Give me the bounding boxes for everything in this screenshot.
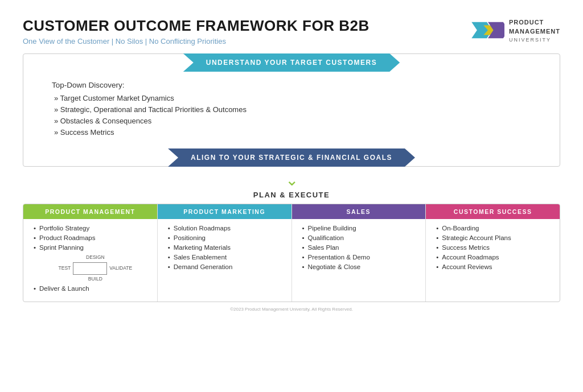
list-item: Target Customer Market Dynamics (52, 94, 537, 102)
discovery-list: Target Customer Market Dynamics Strategi… (52, 94, 537, 137)
arrow-down-wrap: ⌄ (23, 172, 560, 188)
main-title: CUSTOMER OUTCOME FRAMEWORK FOR B2B (23, 17, 369, 35)
banner-align-shape: ALIGN TO YOUR STRATEGIC & FINANCIAL GOAL… (168, 148, 415, 167)
list-item: Product Roadmaps (34, 234, 151, 241)
col-product-marketing: PRODUCT MARKETING Solution Roadmaps Posi… (158, 204, 292, 302)
col-customer-success: CUSTOMER SUCCESS On-Boarding Strategic A… (426, 204, 560, 302)
list-item: Portfolio Strategy (34, 225, 151, 232)
list-item: Obstacles & Consequences (52, 117, 537, 125)
arrow-down-icon: ⌄ (285, 172, 298, 188)
list-item: Demand Generation (168, 263, 286, 270)
list-item: Success Metrics (436, 244, 554, 251)
col-header-product-management: PRODUCT MANAGEMENT (23, 204, 157, 219)
framework-box: UNDERSTAND YOUR TARGET CUSTOMERS Top-Dow… (23, 53, 560, 167)
list-item: Solution Roadmaps (168, 225, 286, 232)
sprint-design-label: DESIGN (39, 254, 151, 262)
list-item: Deliver & Launch (34, 285, 151, 292)
logo-area: PRODUCT MANAGEMENT UNIVERSITY (471, 17, 560, 43)
banner-understand: UNDERSTAND YOUR TARGET CUSTOMERS (23, 54, 560, 72)
list-item: Negotiate & Close (302, 263, 420, 270)
col-header-sales: SALES (292, 204, 426, 219)
list-item: Sprint Planning (34, 244, 151, 251)
list-item: Success Metrics (52, 128, 537, 137)
page: CUSTOMER OUTCOME FRAMEWORK FOR B2B One V… (0, 0, 583, 392)
list-item: Sales Plan (302, 244, 420, 251)
list-item: Positioning (168, 234, 286, 241)
sprint-diagram: DESIGN TEST VALIDATE BUILD (39, 254, 151, 283)
col-sales: SALES Pipeline Building Qualification Sa… (292, 204, 426, 302)
columns-box: PRODUCT MANAGEMENT Portfolio Strategy Pr… (23, 204, 560, 302)
col-list-sales: Pipeline Building Qualification Sales Pl… (292, 225, 426, 270)
sprint-validate-label: VALIDATE (109, 265, 132, 273)
col-list-product-management: Portfolio Strategy Product Roadmaps Spri… (23, 225, 157, 251)
list-item: Pipeline Building (302, 225, 420, 232)
banner-align: ALIGN TO YOUR STRATEGIC & FINANCIAL GOAL… (23, 148, 560, 167)
col-product-management: PRODUCT MANAGEMENT Portfolio Strategy Pr… (23, 204, 158, 302)
list-item: On-Boarding (436, 225, 554, 232)
discovery-intro: Top-Down Discovery: (52, 81, 537, 89)
list-item: Account Roadmaps (436, 254, 554, 261)
col-list-product-management-2: Deliver & Launch (23, 285, 157, 292)
logo-icon (471, 18, 504, 43)
col-header-product-marketing: PRODUCT MARKETING (158, 204, 292, 219)
sprint-box (73, 262, 107, 275)
col-header-customer-success: CUSTOMER SUCCESS (426, 204, 560, 219)
list-item: Strategic Account Plans (436, 234, 554, 241)
subtitle: One View of the Customer | No Silos | No… (23, 37, 369, 46)
list-item: Sales Enablement (168, 254, 286, 261)
col-list-customer-success: On-Boarding Strategic Account Plans Succ… (426, 225, 560, 270)
col-list-product-marketing: Solution Roadmaps Positioning Marketing … (158, 225, 292, 270)
footer: ©2023 Product Management University. All… (23, 307, 560, 312)
logo-text: PRODUCT MANAGEMENT UNIVERSITY (509, 17, 560, 43)
list-item: Strategic, Operational and Tactical Prio… (52, 105, 537, 114)
discovery-section: Top-Down Discovery: Target Customer Mark… (23, 72, 560, 148)
header-left: CUSTOMER OUTCOME FRAMEWORK FOR B2B One V… (23, 17, 369, 46)
list-item: Qualification (302, 234, 420, 241)
sprint-test-label: TEST (59, 265, 71, 273)
list-item: Account Reviews (436, 263, 554, 270)
plan-execute-label: PLAN & EXECUTE (23, 191, 560, 199)
list-item: Presentation & Demo (302, 254, 420, 261)
list-item: Marketing Materials (168, 244, 286, 251)
header: CUSTOMER OUTCOME FRAMEWORK FOR B2B One V… (23, 17, 560, 46)
sprint-build-label: BUILD (39, 275, 151, 283)
banner-understand-shape: UNDERSTAND YOUR TARGET CUSTOMERS (183, 53, 400, 72)
